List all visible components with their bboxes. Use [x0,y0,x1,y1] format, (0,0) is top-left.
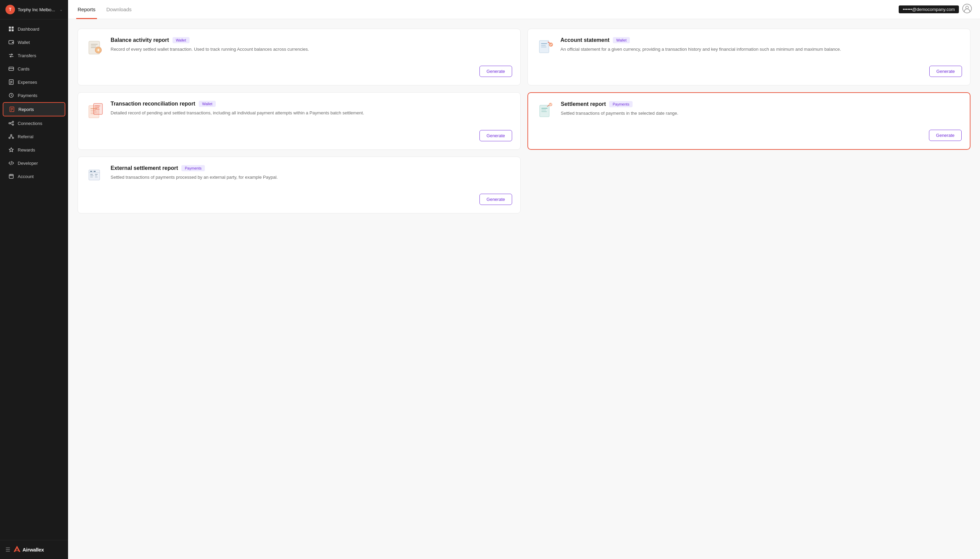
svg-rect-63 [541,111,547,112]
airwallex-logo-text: Airwallex [23,547,44,552]
report-card-bottom: Generate [536,124,962,141]
svg-point-17 [9,122,10,124]
company-name: Torphy Inc Melbo... [18,7,58,12]
report-description: Detailed record of pending and settled t… [111,110,512,116]
report-info: Settlement report Payments Settled trans… [561,101,962,117]
svg-rect-6 [9,67,13,71]
report-card-bottom: Generate [86,188,512,205]
svg-rect-29 [9,174,13,179]
svg-rect-57 [95,107,99,108]
sidebar-item-label: Connections [18,121,42,126]
report-card-bottom: Generate [86,60,512,77]
svg-point-23 [9,137,10,139]
sidebar-item-developer[interactable]: Developer [3,157,65,170]
sidebar-item-wallet[interactable]: Wallet [3,36,65,49]
generate-button[interactable]: Generate [929,130,962,141]
report-card-bottom: Generate [86,125,512,141]
report-title: Transaction reconciliation report [111,101,195,107]
developer-icon [8,160,14,166]
sidebar-item-rewards[interactable]: Rewards [3,143,65,156]
svg-rect-1 [12,26,13,28]
sidebar-item-label: Reports [18,107,34,112]
payments-icon [8,92,14,98]
sidebar-item-payments[interactable]: Payments [3,89,65,102]
tab-downloads[interactable]: Downloads [105,0,133,19]
sidebar-item-account[interactable]: Account [3,170,65,183]
svg-point-33 [963,4,972,13]
sidebar-footer: ☰ Airwallex [0,540,68,559]
external-settlement-icon [86,165,105,184]
report-description: Settled transactions of payments process… [111,174,512,181]
sidebar-item-cards[interactable]: Cards [3,62,65,75]
report-card-top: Account statement Wallet An official sta… [536,37,962,56]
sidebar-item-dashboard[interactable]: Dashboard [3,23,65,35]
sidebar-item-label: Dashboard [18,26,40,31]
svg-rect-74 [90,171,92,172]
sidebar-item-label: Developer [18,161,38,166]
svg-rect-44 [541,43,547,44]
sidebar-header[interactable]: T Torphy Inc Melbo... ⌄ [0,0,68,20]
generate-button[interactable]: Generate [480,194,512,205]
generate-button[interactable]: Generate [480,66,512,77]
report-title: External settlement report [111,165,178,171]
svg-point-22 [10,134,12,136]
report-tag: Payments [181,165,205,171]
tab-reports[interactable]: Reports [76,0,97,19]
top-bar: Reports Downloads ••••••@democompany.com [68,0,980,19]
sidebar-item-label: Account [18,174,34,179]
transaction-reconciliation-icon [86,101,105,120]
sidebar-item-connections[interactable]: Connections [3,117,65,130]
report-card-external-settlement: External settlement report Payments Sett… [78,157,521,213]
svg-rect-69 [90,175,94,176]
report-card-top: Balance activity report Wallet Record of… [86,37,512,56]
sidebar-item-transfers[interactable]: Transfers [3,49,65,62]
generate-button[interactable]: Generate [480,130,512,141]
report-card-top: Transaction reconciliation report Wallet… [86,101,512,120]
svg-line-26 [11,136,13,137]
sidebar-nav: Dashboard Wallet Transfers Cards [0,20,68,540]
svg-rect-3 [12,29,13,31]
user-avatar-icon[interactable] [962,4,972,15]
svg-point-24 [12,137,13,139]
report-description: Settled transactions of payments in the … [561,110,962,117]
report-tag: Wallet [199,101,216,107]
report-card-balance-activity: Balance activity report Wallet Record of… [78,28,521,86]
report-card-top: External settlement report Payments Sett… [86,165,512,184]
report-tag: Wallet [173,37,190,43]
cards-icon [8,66,14,72]
wallet-icon [8,39,14,45]
svg-rect-59 [539,105,549,117]
svg-rect-73 [95,177,98,177]
sidebar-item-reports[interactable]: Reports [3,102,65,116]
svg-line-28 [11,161,12,165]
sidebar-item-label: Rewards [18,147,35,152]
report-card-settlement: Settlement report Payments Settled trans… [528,92,970,150]
report-title-row: Settlement report Payments [561,101,962,107]
report-title: Settlement report [561,101,606,107]
report-title-row: Balance activity report Wallet [111,37,512,43]
report-description: An official statement for a given curren… [561,46,962,53]
svg-point-19 [12,124,13,125]
generate-button[interactable]: Generate [929,66,962,77]
svg-rect-38 [91,46,96,46]
svg-rect-37 [91,44,98,45]
user-email: ••••••@democompany.com [899,5,959,13]
report-title: Account statement [561,37,609,43]
report-tag: Wallet [613,37,630,43]
svg-rect-62 [541,110,546,110]
sidebar-item-label: Payments [18,93,38,98]
sidebar-item-referral[interactable]: Referral [3,130,65,143]
balance-activity-icon [86,37,105,56]
sidebar-item-expenses[interactable]: Expenses [3,76,65,89]
svg-rect-75 [94,171,96,172]
svg-rect-61 [541,108,548,109]
account-statement-icon [536,37,555,56]
svg-rect-0 [9,26,11,28]
menu-icon[interactable]: ☰ [5,546,10,553]
svg-rect-56 [95,106,101,106]
chevron-down-icon: ⌄ [59,8,63,12]
report-title-row: Transaction reconciliation report Wallet [111,101,512,107]
tabs: Reports Downloads [76,0,141,19]
svg-point-34 [966,6,968,9]
reports-icon [9,106,15,112]
